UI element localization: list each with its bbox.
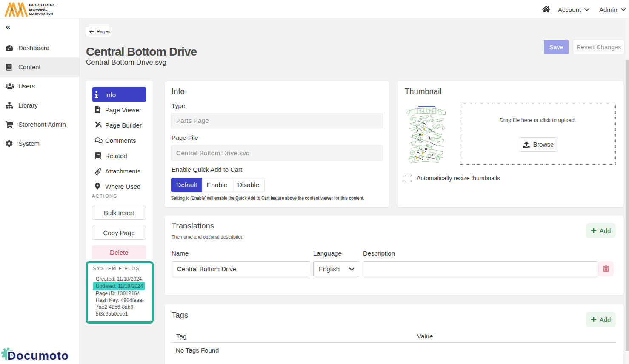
svg-text:Documoto: Documoto [7,349,69,362]
